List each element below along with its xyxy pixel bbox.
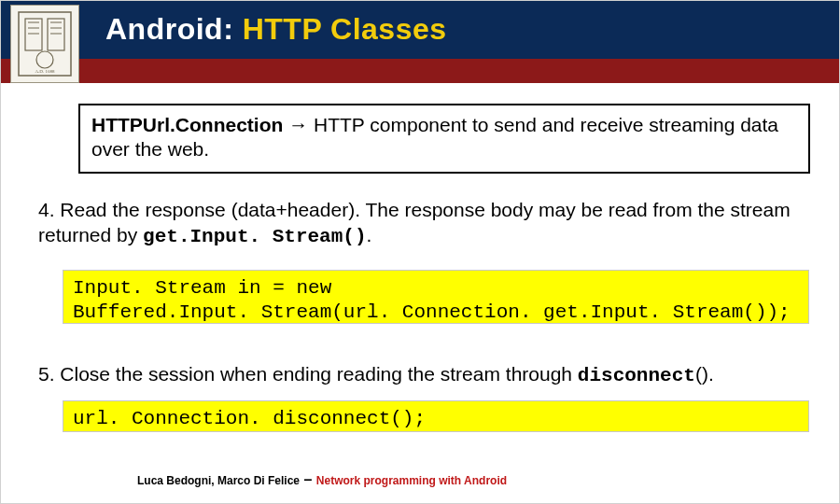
svg-rect-2 [48, 19, 64, 50]
code1-line2: Buffered.Input. Stream(url. Connection. … [73, 301, 799, 325]
code-block-1: Input. Stream in = new Buffered.Input. S… [63, 270, 809, 324]
step4-suffix: . [367, 224, 372, 245]
arrow-icon: → [283, 114, 314, 135]
title-part1: Android: [105, 12, 243, 46]
slide: A.D. 1088 Android: HTTP Classes HTTPUrl.… [0, 0, 840, 504]
code2-line1: url. Connection. disconnect(); [73, 407, 799, 431]
step5-suffix: (). [695, 363, 714, 385]
seal-icon: A.D. 1088 [18, 11, 72, 77]
code1-line1: Input. Stream in = new [73, 276, 799, 301]
footer-dash: – [300, 471, 316, 487]
step5-mono: disconnect [578, 365, 695, 386]
svg-text:A.D. 1088: A.D. 1088 [35, 69, 55, 74]
footer-topic: Network programming with Android [316, 474, 507, 487]
svg-rect-1 [25, 19, 42, 50]
step-4-text: 4. Read the response (data+header). The … [38, 197, 804, 250]
slide-header: A.D. 1088 Android: HTTP Classes [1, 1, 839, 83]
step4-mono: get.Input. Stream() [143, 226, 366, 247]
slide-title: Android: HTTP Classes [105, 12, 447, 47]
title-part2: HTTP Classes [243, 12, 447, 46]
info-bold: HTTPUrl.Connection [91, 114, 283, 135]
code-block-2: url. Connection. disconnect(); [63, 400, 809, 432]
step-5-text: 5. Close the session when ending reading… [38, 361, 804, 388]
university-seal-logo: A.D. 1088 [10, 5, 79, 83]
svg-point-9 [36, 51, 53, 68]
svg-rect-0 [19, 12, 71, 76]
step5-prefix: 5. Close the session when ending reading… [38, 363, 578, 385]
info-box: HTTPUrl.Connection → HTTP component to s… [78, 104, 810, 174]
footer-authors: Luca Bedogni, Marco Di Felice [137, 474, 300, 487]
slide-footer: Luca Bedogni, Marco Di Felice – Network … [137, 471, 507, 488]
header-red-bar [1, 59, 839, 83]
